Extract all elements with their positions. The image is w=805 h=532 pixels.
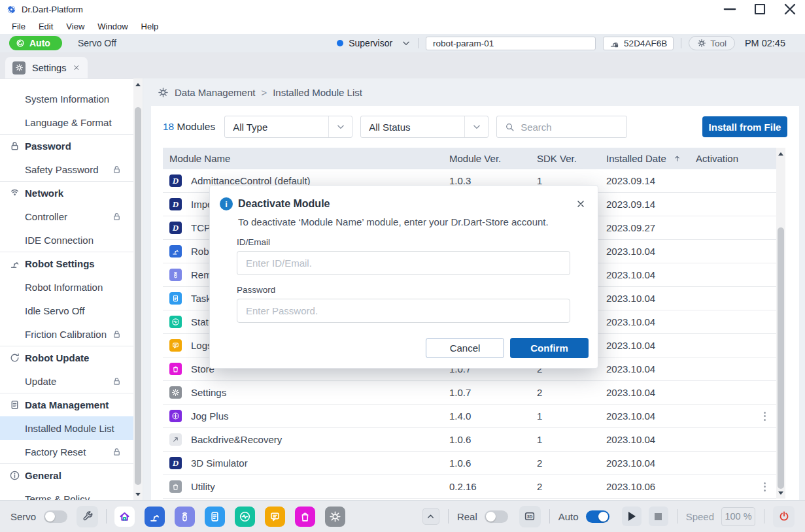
power-icon	[778, 510, 790, 522]
close-button[interactable]	[775, 0, 805, 18]
dock-store-button[interactable]	[295, 507, 315, 527]
module-row-backdrive-recovery[interactable]: Backdrive&Recovery1.0.612023.10.04	[163, 428, 776, 452]
settings-sidebar: System SettingsSystem InformationLanguag…	[0, 78, 143, 500]
info-icon	[9, 470, 20, 481]
maximize-button[interactable]	[745, 0, 775, 18]
robot-arm-icon	[9, 258, 20, 269]
menu-bar: FileEditViewWindowHelp	[0, 18, 805, 34]
installed-date-cell: 2023.10.04	[606, 269, 696, 280]
remote-module-icon	[169, 269, 182, 281]
3d-view-button[interactable]: 3D	[519, 506, 541, 527]
menu-help[interactable]: Help	[135, 22, 165, 31]
sidebar-item-controller[interactable]: Controller	[0, 205, 133, 228]
menu-window[interactable]: Window	[91, 22, 134, 31]
play-icon	[628, 512, 636, 521]
scroll-up-icon[interactable]	[133, 80, 142, 89]
column-module-ver[interactable]: Module Ver.	[449, 153, 537, 164]
column-activation[interactable]: Activation	[696, 153, 776, 164]
menu-edit[interactable]: Edit	[32, 22, 60, 31]
wrench-button[interactable]	[77, 506, 98, 527]
sidebar-item-idle-servo-off[interactable]: Idle Servo Off	[0, 299, 133, 322]
row-menu-icon[interactable]	[764, 412, 766, 421]
scroll-down-icon[interactable]	[776, 488, 785, 497]
user-role-dropdown[interactable]: Supervisor	[337, 38, 411, 48]
sidebar-item-installed-module-list[interactable]: Installed Module List	[0, 416, 133, 440]
play-button[interactable]	[622, 507, 642, 526]
speed-value[interactable]: 100 %	[721, 507, 755, 526]
dock-logs-button[interactable]	[265, 507, 285, 527]
sidebar-item-update[interactable]: Update	[0, 369, 133, 393]
install-from-file-button[interactable]: Install from File	[702, 116, 787, 137]
module-row-utility[interactable]: Utility0.2.1622023.10.06	[163, 475, 776, 499]
installed-date-cell: 2023.10.04	[606, 457, 696, 469]
row-menu-icon[interactable]	[764, 482, 766, 491]
column-module-name[interactable]: Module Name	[163, 153, 449, 164]
sidebar-item-robot-update[interactable]: Robot Update	[0, 346, 133, 369]
breadcrumb-parent[interactable]: Data Management	[175, 87, 255, 98]
mode-badge[interactable]: Auto	[9, 36, 62, 50]
stop-button[interactable]	[649, 507, 668, 526]
sidebar-item-general[interactable]: General	[0, 463, 133, 487]
module-count: 18 Modules	[163, 121, 215, 133]
tool-button[interactable]: Tool	[689, 36, 735, 50]
stop-icon	[655, 513, 662, 520]
confirm-button[interactable]: Confirm	[510, 338, 589, 358]
sidebar-item-robot-information[interactable]: Robot Information	[0, 275, 133, 299]
remote-icon	[179, 510, 191, 523]
dock-robot-arm-button[interactable]	[145, 507, 165, 527]
menu-file[interactable]: File	[5, 22, 32, 31]
type-filter-select[interactable]: All Type	[224, 116, 352, 138]
dock-home-button[interactable]	[114, 507, 135, 527]
dock-status-button[interactable]	[235, 507, 255, 527]
sidebar-item-terms-policy[interactable]: Terms & Policy	[0, 487, 133, 500]
servo-toggle[interactable]	[44, 510, 67, 523]
sidebar-item-factory-reset[interactable]: Factory Reset	[0, 440, 133, 463]
column-sdk-ver[interactable]: SDK Ver.	[537, 153, 606, 164]
robot-lock-icon	[609, 39, 619, 48]
divider	[677, 509, 677, 524]
sidebar-item-data-management[interactable]: Data Management	[0, 393, 133, 416]
sidebar-item-friction-calibration[interactable]: Friction Calibration	[0, 322, 133, 346]
module-row-3d-simulator[interactable]: D3D Simulator1.0.622023.10.04	[163, 452, 776, 475]
sidebar-item-clipped[interactable]: System Settings	[0, 78, 133, 87]
expand-panel-button[interactable]	[422, 508, 439, 525]
cancel-button[interactable]: Cancel	[426, 338, 504, 358]
real-mode-toggle[interactable]	[485, 510, 508, 523]
robot-param-field[interactable]: robot-param-01	[426, 37, 596, 50]
dock-settings-button[interactable]	[325, 507, 345, 527]
robot-serial-badge[interactable]: 52D4AF6B	[603, 37, 674, 50]
table-scrollbar[interactable]	[776, 148, 785, 499]
status-filter-select[interactable]: All Status	[360, 116, 488, 138]
search-input[interactable]: Search	[496, 116, 627, 138]
auto-mode-toggle[interactable]	[586, 510, 609, 523]
scroll-up-icon[interactable]	[776, 149, 785, 158]
password-input[interactable]: Enter Password.	[237, 299, 570, 323]
sidebar-scrollbar[interactable]	[133, 78, 142, 500]
sidebar-item-ide-connection[interactable]: IDE Connection	[0, 228, 133, 252]
dock-task-button[interactable]	[205, 507, 225, 527]
module-row-settings[interactable]: Settings1.0.722023.10.04	[163, 381, 776, 405]
sidebar-item-password[interactable]: Password	[0, 134, 133, 158]
dialog-close-icon[interactable]	[575, 199, 586, 209]
menu-view[interactable]: View	[60, 22, 91, 31]
column-installed-date[interactable]: Installed Date	[606, 153, 696, 164]
sidebar-item-language-format[interactable]: Language & Format	[0, 110, 133, 134]
dock-remote-button[interactable]	[175, 507, 195, 527]
lock-icon	[9, 141, 20, 152]
power-button[interactable]	[773, 506, 795, 527]
installed-date-cell: 2023.09.14	[606, 199, 696, 210]
scrollbar-thumb[interactable]	[778, 227, 784, 489]
sidebar-item-safety-password[interactable]: Safety Password	[0, 158, 133, 181]
scroll-down-icon[interactable]	[133, 490, 142, 499]
sidebar-item-system-information[interactable]: System Information	[0, 87, 133, 110]
minimize-button[interactable]	[715, 0, 745, 18]
sidebar-item-network[interactable]: Network	[0, 181, 133, 205]
tab-close-icon[interactable]	[73, 63, 80, 72]
module-row-jog-plus[interactable]: Jog Plus1.4.012023.10.04	[163, 405, 776, 428]
scrollbar-thumb[interactable]	[135, 107, 141, 485]
id-email-input[interactable]: Enter ID/Email.	[237, 251, 570, 275]
sidebar-item-robot-settings[interactable]: Robot Settings	[0, 252, 133, 275]
speed-label: Speed	[686, 511, 714, 522]
clock-label: PM 02:45	[745, 38, 785, 48]
tab-settings[interactable]: Settings	[5, 57, 88, 78]
